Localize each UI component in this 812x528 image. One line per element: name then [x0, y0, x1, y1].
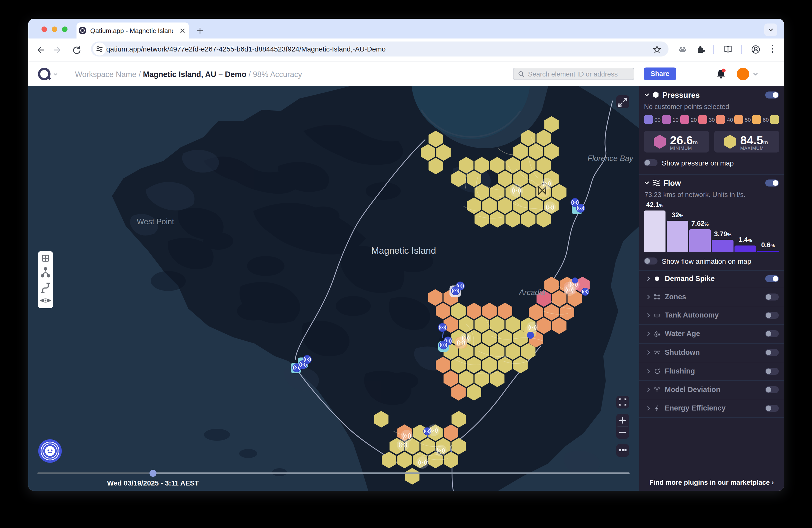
- svg-text:Arcadia: Arcadia: [519, 288, 545, 297]
- svg-text:Florence Bay: Florence Bay: [588, 154, 634, 163]
- svg-text:Wed 03/19/2025 - 3:11 AEST: Wed 03/19/2025 - 3:11 AEST: [107, 479, 199, 487]
- svg-text:Magnetic Island: Magnetic Island: [371, 246, 436, 256]
- svg-text:West Point: West Point: [137, 217, 174, 226]
